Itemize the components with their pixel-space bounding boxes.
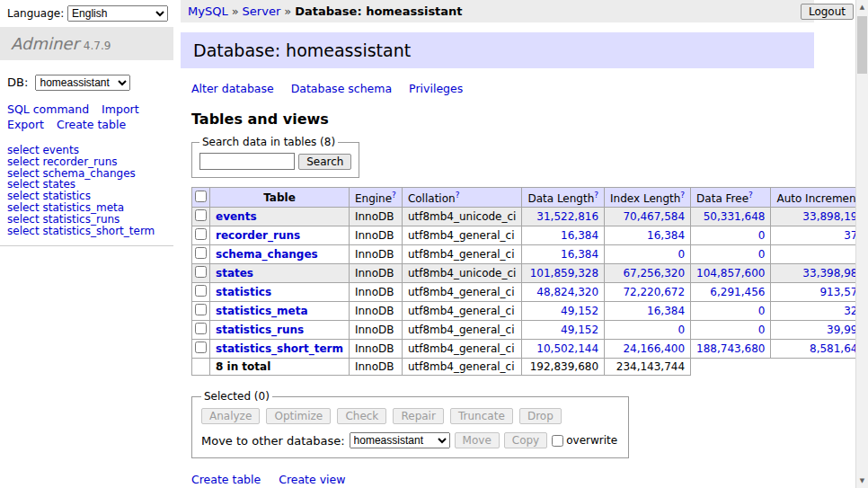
db-select[interactable]: homeassistant [35, 75, 130, 91]
scroll-down-icon[interactable]: ▼ [856, 474, 868, 488]
data-free-help-link[interactable]: ? [748, 191, 753, 200]
sidebar-link-create-table[interactable]: Create table [57, 118, 126, 131]
data-length-link[interactable]: 16,384 [527, 229, 598, 242]
data-length-help-link[interactable]: ? [594, 191, 598, 200]
data-free-link[interactable]: 0 [696, 229, 765, 242]
auto-increment-link[interactable]: 378 [776, 229, 855, 242]
select-all-checkbox[interactable] [195, 191, 207, 202]
breadcrumb-link-server[interactable]: Server [243, 4, 281, 18]
table-row: states InnoDB utf8mb4_unicode_ci 101,859… [192, 264, 856, 283]
adminer-logo-link[interactable]: Adminer [11, 34, 79, 53]
index-length-link[interactable]: 16,384 [610, 229, 685, 242]
table-link[interactable]: schema_changes [216, 248, 318, 261]
sidebar-item-select-statistics-runs[interactable]: select statistics_runs [7, 214, 173, 226]
row-checkbox[interactable] [195, 228, 207, 240]
row-checkbox[interactable] [195, 209, 207, 221]
data-free-link[interactable]: 50,331,648 [696, 210, 765, 223]
table-link[interactable]: events [216, 210, 257, 223]
engine-help-link[interactable]: ? [392, 191, 396, 200]
overwrite-checkbox[interactable] [552, 435, 563, 447]
index-length-link[interactable]: 0 [610, 324, 685, 336]
sidebar-link-import[interactable]: Import [102, 102, 139, 116]
table-link[interactable]: statistics [216, 286, 271, 298]
table-link[interactable]: recorder_runs [216, 229, 300, 242]
data-free-link[interactable]: 0 [696, 248, 765, 261]
search-legend: Search data in tables (8) [199, 136, 338, 148]
move-database-select[interactable]: homeassistant [350, 432, 450, 448]
index-length-link[interactable]: 24,166,400 [610, 342, 685, 355]
row-checkbox[interactable] [195, 304, 207, 315]
auto-increment-link[interactable]: 913,577 [776, 286, 855, 298]
table-link[interactable]: statistics_meta [216, 305, 308, 317]
data-length-link[interactable]: 101,859,328 [527, 267, 598, 279]
auto-increment-link[interactable]: 325 [776, 305, 855, 317]
collation-help-link[interactable]: ? [456, 191, 460, 200]
row-checkbox[interactable] [195, 323, 207, 334]
data-free-link[interactable]: 6,291,456 [696, 286, 765, 298]
sidebar-item-select-recorder-runs[interactable]: select recorder_runs [7, 156, 173, 168]
search-button[interactable]: Search [298, 154, 351, 170]
table-link[interactable]: statistics_short_term [216, 342, 343, 355]
data-length-link[interactable]: 49,152 [527, 305, 598, 317]
adminer-version: 4.7.9 [84, 40, 111, 52]
index-length-link[interactable]: 0 [610, 248, 685, 261]
data-length-link[interactable]: 49,152 [527, 324, 598, 336]
data-length-link[interactable]: 16,384 [527, 248, 598, 261]
sidebar-link-export[interactable]: Export [7, 118, 44, 131]
privileges-link[interactable]: Privileges [409, 82, 463, 95]
data-free-link[interactable]: 104,857,600 [696, 267, 765, 279]
language-select[interactable]: English [67, 5, 168, 22]
drop-button[interactable]: Drop [519, 408, 562, 424]
check-button[interactable]: Check [337, 408, 386, 424]
sidebar-item-select-statistics-short-term[interactable]: select statistics_short_term [7, 226, 173, 237]
scrollbar-thumb[interactable] [857, 16, 867, 74]
sidebar-item-select-statistics-meta[interactable]: select statistics_meta [7, 202, 173, 214]
index-length-link[interactable]: 70,467,584 [610, 210, 685, 223]
data-length-link[interactable]: 48,824,320 [527, 286, 598, 298]
overwrite-option: overwrite [552, 434, 617, 447]
database-schema-link[interactable]: Database schema [291, 82, 392, 95]
table-link[interactable]: states [216, 267, 253, 279]
truncate-button[interactable]: Truncate [450, 408, 513, 424]
analyze-button[interactable]: Analyze [201, 408, 260, 424]
total-engine: InnoDB [349, 359, 402, 376]
col-header-auto-increment: Auto Increment [776, 192, 855, 205]
table-header-row: Table Engine? Collation? Data Length? In… [192, 188, 856, 208]
index-length-help-link[interactable]: ? [680, 191, 685, 200]
auto-increment-link[interactable]: 33,398,984 [776, 267, 855, 279]
row-checkbox[interactable] [195, 247, 207, 259]
scroll-up-icon[interactable]: ▲ [856, 0, 868, 14]
row-checkbox[interactable] [195, 285, 207, 297]
create-view-link[interactable]: Create view [279, 473, 345, 486]
auto-increment-link[interactable]: 33,898,196 [776, 210, 855, 223]
index-length-link[interactable]: 72,220,672 [610, 286, 685, 298]
optimize-button[interactable]: Optimize [266, 408, 331, 424]
breadcrumb-link-mysql[interactable]: MySQL [188, 4, 228, 18]
data-length-link[interactable]: 10,502,144 [527, 342, 598, 355]
copy-button[interactable]: Copy [504, 432, 547, 448]
sidebar: Adminer4.7.9 DB: homeassistant SQL comma… [0, 27, 173, 488]
row-checkbox[interactable] [195, 342, 207, 353]
move-button[interactable]: Move [455, 432, 500, 448]
index-length-link[interactable]: 67,256,320 [610, 267, 685, 279]
sidebar-item-select-events[interactable]: select events [7, 145, 173, 156]
data-free-link[interactable]: 0 [696, 324, 765, 336]
create-table-link[interactable]: Create table [191, 473, 261, 486]
row-checkbox[interactable] [195, 266, 207, 278]
data-free-link[interactable]: 188,743,680 [696, 342, 765, 355]
alter-database-link[interactable]: Alter database [191, 82, 274, 95]
sidebar-link-sql-command[interactable]: SQL command [7, 102, 89, 116]
repair-button[interactable]: Repair [393, 408, 443, 424]
auto-increment-link[interactable]: 39,999 [776, 324, 855, 336]
logout-button[interactable]: Logout [801, 4, 854, 20]
data-length-link[interactable]: 31,522,816 [527, 210, 598, 223]
engine-cell: InnoDB [349, 208, 402, 226]
auto-increment-link[interactable]: 6 [776, 248, 855, 261]
auto-increment-link[interactable]: 8,581,645 [776, 342, 855, 355]
move-database-row: Move to other database: homeassistant Mo… [201, 432, 617, 448]
table-link[interactable]: statistics_runs [216, 324, 304, 336]
total-index-length: 234,143,744 [605, 359, 691, 376]
search-input[interactable] [199, 153, 295, 170]
data-free-link[interactable]: 0 [696, 305, 765, 317]
index-length-link[interactable]: 16,384 [610, 305, 685, 317]
